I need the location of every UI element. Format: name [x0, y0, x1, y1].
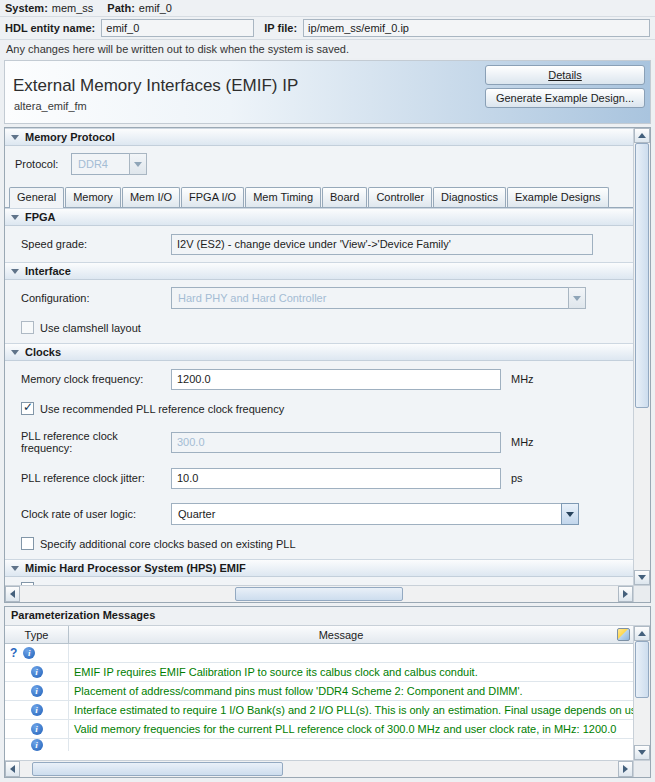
scroll-up-icon[interactable]	[634, 128, 650, 143]
pll-ref-row: PLL reference clock frequency: MHz	[21, 431, 633, 453]
chevron-down-icon	[129, 153, 147, 175]
clamshell-row: Use clamshell layout	[21, 319, 633, 336]
message-filter-row[interactable]	[5, 644, 633, 663]
pll-ref-unit: MHz	[511, 436, 534, 448]
scroll-thumb[interactable]	[635, 641, 649, 698]
chevron-down-icon	[561, 503, 579, 525]
scroll-thumb[interactable]	[235, 587, 402, 601]
scroll-up-icon[interactable]	[634, 626, 650, 641]
use-clamshell-label: Use clamshell layout	[40, 322, 141, 334]
parameter-content: Memory Protocol Protocol: DDR4 General M…	[5, 128, 633, 585]
help-filter-icon[interactable]	[10, 647, 17, 659]
memory-clock-unit: MHz	[511, 373, 534, 385]
parameter-tabs: General Memory Mem I/O FPGA I/O Mem Timi…	[5, 187, 633, 208]
scroll-thumb[interactable]	[32, 762, 283, 776]
collapse-icon	[11, 350, 19, 355]
tab-controller[interactable]: Controller	[368, 187, 432, 207]
scroll-left-icon[interactable]	[5, 761, 20, 777]
protocol-dropdown: DDR4	[71, 153, 147, 175]
info-icon	[31, 739, 43, 751]
ip-file-field[interactable]	[303, 19, 650, 37]
collapse-icon	[11, 135, 19, 140]
configuration-label: Configuration:	[21, 292, 171, 304]
table-row[interactable]: Interface estimated to require 1 I/O Ban…	[5, 701, 633, 720]
column-header-message[interactable]: Message	[69, 626, 613, 643]
scrollbar-corner	[633, 585, 650, 602]
scroll-track[interactable]	[634, 641, 650, 745]
section-interface[interactable]: Interface	[5, 262, 633, 280]
scroll-right-icon[interactable]	[618, 586, 633, 602]
user-clock-rate-dropdown[interactable]: Quarter	[171, 503, 579, 525]
use-recommended-pll-label: Use recommended PLL reference clock freq…	[40, 403, 284, 415]
entity-ip-row: HDL entity name: IP file:	[0, 17, 655, 40]
tab-mem-timing[interactable]: Mem Timing	[245, 187, 321, 207]
speed-grade-row: Speed grade:	[21, 233, 633, 255]
ip-title: External Memory Interfaces (EMIF) IP	[13, 76, 298, 96]
use-clamshell-checkbox	[21, 321, 34, 334]
parameterization-messages-panel: Parameterization Messages Type Message	[4, 606, 651, 778]
scroll-down-icon[interactable]	[634, 745, 650, 760]
generate-button-label: Generate Example Design...	[496, 92, 634, 104]
speed-grade-field	[171, 234, 593, 255]
column-header-type[interactable]: Type	[5, 626, 69, 643]
scroll-thumb[interactable]	[635, 143, 649, 408]
pll-jitter-field[interactable]	[171, 468, 501, 489]
memory-clock-label: Memory clock frequency:	[21, 373, 171, 385]
scroll-track[interactable]	[20, 586, 618, 602]
hdl-entity-label: HDL entity name:	[5, 22, 95, 34]
ip-file-label: IP file:	[264, 22, 297, 34]
scroll-right-icon[interactable]	[618, 761, 633, 777]
section-clocks[interactable]: Clocks	[5, 343, 633, 361]
scroll-down-icon[interactable]	[634, 570, 650, 585]
pll-jitter-unit: ps	[511, 472, 523, 484]
table-row[interactable]: EMIF IP requires EMIF Calibration IP to …	[5, 663, 633, 682]
details-button[interactable]: Details	[485, 65, 645, 85]
info-filter-icon[interactable]	[23, 647, 35, 659]
section-memory-protocol[interactable]: Memory Protocol	[5, 128, 633, 146]
emif-parameter-editor: System: mem_ss Path: emif_0 HDL entity n…	[0, 0, 655, 782]
user-clock-rate-label: Clock rate of user logic:	[21, 508, 171, 520]
hdl-entity-field[interactable]	[101, 19, 254, 37]
pll-jitter-row: PLL reference clock jitter: ps	[21, 467, 633, 489]
section-fpga[interactable]: FPGA	[5, 208, 633, 226]
tab-fpga-io[interactable]: FPGA I/O	[181, 187, 244, 207]
tab-general[interactable]: General	[9, 187, 64, 208]
messages-table: Type Message EMIF IP requires EMIF Cali	[5, 626, 633, 760]
table-row[interactable]: Valid memory frequencies for the current…	[5, 720, 633, 739]
configuration-value: Hard PHY and Hard Controller	[171, 287, 569, 309]
scroll-left-icon[interactable]	[5, 586, 20, 602]
details-button-label: Details	[548, 69, 582, 81]
tab-pane-general: FPGA Speed grade: Interface Configuratio…	[5, 208, 633, 585]
tab-board[interactable]: Board	[322, 187, 367, 207]
section-title: Interface	[25, 265, 71, 277]
tab-example-designs[interactable]: Example Designs	[507, 187, 609, 207]
system-label: System:	[5, 2, 48, 14]
generate-example-design-button[interactable]: Generate Example Design...	[485, 88, 645, 108]
collapse-icon	[11, 566, 19, 571]
messages-horizontal-scrollbar[interactable]	[5, 760, 633, 777]
scroll-track[interactable]	[634, 143, 650, 570]
scroll-track[interactable]	[20, 761, 618, 777]
memory-clock-field[interactable]	[171, 369, 501, 390]
main-vertical-scrollbar[interactable]	[633, 128, 650, 585]
table-row-partial[interactable]	[5, 739, 633, 751]
additional-core-clocks-checkbox[interactable]	[21, 537, 34, 550]
section-hps-emif[interactable]: Mimic Hard Processor System (HPS) EMIF	[5, 559, 633, 577]
messages-vertical-scrollbar[interactable]	[633, 626, 650, 760]
additional-core-clocks-label: Specify additional core clocks based on …	[40, 538, 296, 550]
collapse-icon	[11, 215, 19, 220]
main-horizontal-scrollbar[interactable]	[5, 585, 633, 602]
tab-diagnostics[interactable]: Diagnostics	[433, 187, 506, 207]
chevron-down-icon	[568, 287, 586, 309]
table-row[interactable]: Placement of address/command pins must f…	[5, 682, 633, 701]
ip-banner: External Memory Interfaces (EMIF) IP alt…	[4, 60, 651, 124]
section-title: Mimic Hard Processor System (HPS) EMIF	[25, 562, 246, 574]
use-recommended-pll-checkbox[interactable]	[21, 402, 34, 415]
user-clock-rate-value: Quarter	[171, 503, 562, 525]
protocol-label: Protocol:	[15, 158, 71, 170]
tab-mem-io[interactable]: Mem I/O	[122, 187, 180, 207]
core-clocks-row: Specify additional core clocks based on …	[21, 535, 633, 552]
tab-memory[interactable]: Memory	[65, 187, 121, 207]
message-filter-button[interactable]	[613, 626, 633, 643]
messages-body: Type Message EMIF IP requires EMIF Cali	[5, 626, 650, 777]
